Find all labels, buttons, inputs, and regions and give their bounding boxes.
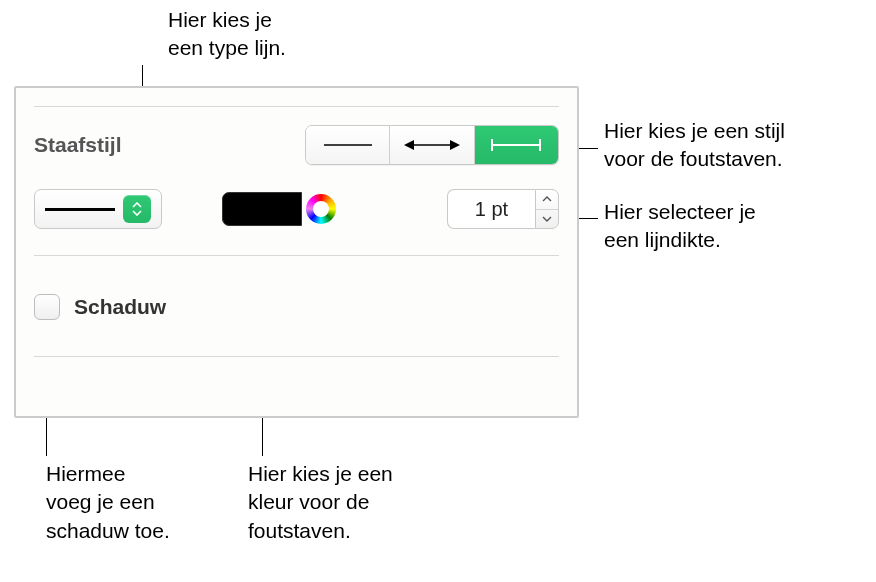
error-bar-style-arrow[interactable] bbox=[390, 126, 474, 164]
thickness-stepper[interactable] bbox=[535, 189, 559, 229]
capped-line-icon bbox=[486, 137, 546, 153]
stepper-down[interactable] bbox=[536, 210, 558, 229]
dropdown-button[interactable] bbox=[123, 195, 151, 223]
color-swatch-button[interactable] bbox=[222, 192, 302, 226]
style-panel: Staafstijl bbox=[14, 86, 579, 418]
chevron-down-icon bbox=[542, 216, 552, 222]
callout-shadow-add: Hiermee voeg je een schaduw toe. bbox=[46, 460, 170, 545]
callout-thickness: Hier selecteer je een lijndikte. bbox=[604, 198, 756, 255]
callout-color: Hier kies je een kleur voor de foutstave… bbox=[248, 460, 393, 545]
chevron-up-icon bbox=[542, 196, 552, 202]
divider bbox=[34, 356, 559, 357]
callout-line-type: Hier kies je een type lijn. bbox=[168, 6, 286, 63]
updown-chevron-icon bbox=[130, 202, 144, 216]
capped-arrow-icon bbox=[402, 138, 462, 152]
line-type-select[interactable] bbox=[34, 189, 162, 229]
shadow-checkbox[interactable] bbox=[34, 294, 60, 320]
stepper-up[interactable] bbox=[536, 190, 558, 210]
color-wheel-button[interactable] bbox=[306, 194, 336, 224]
thickness-input[interactable]: 1 pt bbox=[447, 189, 535, 229]
line-options-row: 1 pt bbox=[34, 183, 559, 247]
error-bar-style-line[interactable] bbox=[306, 126, 390, 164]
shadow-checkbox-label: Schaduw bbox=[74, 295, 166, 319]
thickness-group: 1 pt bbox=[447, 189, 559, 229]
line-icon bbox=[322, 139, 374, 151]
shadow-row: Schaduw bbox=[34, 286, 559, 338]
svg-marker-3 bbox=[450, 140, 460, 150]
color-picker-group bbox=[222, 192, 336, 226]
svg-marker-2 bbox=[404, 140, 414, 150]
bar-style-label: Staafstijl bbox=[34, 133, 122, 157]
error-bar-style-capped[interactable] bbox=[475, 126, 558, 164]
bar-style-row: Staafstijl bbox=[34, 107, 559, 183]
error-bar-style-segmented[interactable] bbox=[305, 125, 559, 165]
line-preview bbox=[45, 208, 115, 211]
callout-error-bar-style: Hier kies je een stijl voor de foutstave… bbox=[604, 117, 785, 174]
